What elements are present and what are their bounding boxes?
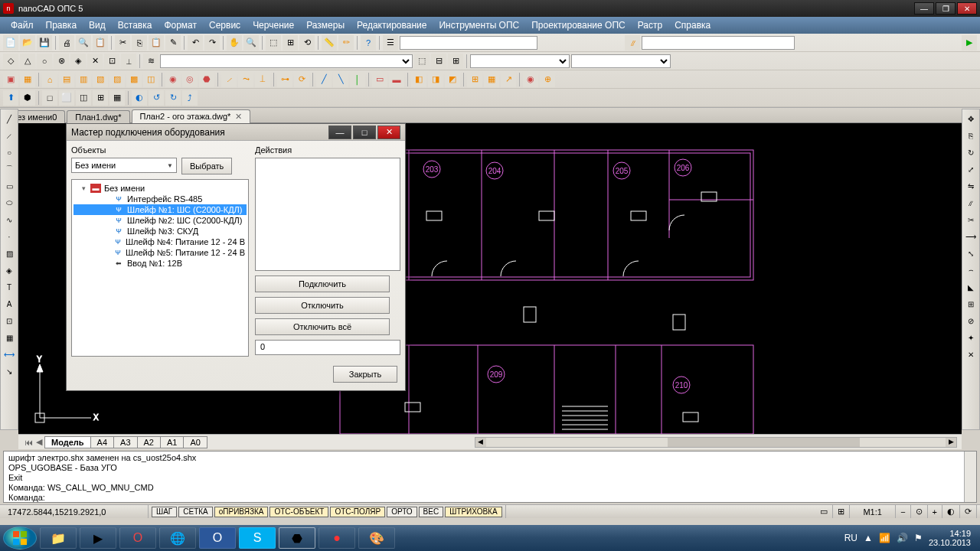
- ops-room-icon[interactable]: ⌂: [42, 72, 57, 87]
- menu-insert[interactable]: Вставка: [112, 18, 158, 32]
- ops-route-icon[interactable]: ⤳: [238, 72, 253, 87]
- dialog-maximize-button[interactable]: □: [353, 126, 376, 139]
- grid-toggle[interactable]: СЕТКА: [178, 507, 213, 517]
- run-icon[interactable]: ▶: [962, 35, 977, 51]
- zoom-fit-icon[interactable]: ⊙: [911, 505, 928, 518]
- model-tab[interactable]: Модель: [44, 436, 91, 448]
- command-window[interactable]: шрифт электро.shx заменен на cs_uost25o4…: [3, 451, 977, 503]
- block-icon[interactable]: ⊡: [2, 313, 17, 328]
- extend-icon[interactable]: ⟶: [963, 229, 978, 244]
- save-icon[interactable]: 💾: [37, 35, 52, 51]
- disconnect-all-button[interactable]: Отключить всё: [255, 318, 390, 335]
- tray-volume-icon[interactable]: 🔊: [897, 533, 908, 543]
- vp-4-icon[interactable]: ▦: [109, 90, 125, 106]
- sheet-tab[interactable]: А0: [183, 436, 207, 448]
- cut-icon[interactable]: ✂: [115, 35, 130, 51]
- ortho-toggle[interactable]: ОРТО: [387, 507, 416, 517]
- osnap-toggle[interactable]: оПРИВЯЗКА: [214, 507, 269, 517]
- ops-spec-icon[interactable]: ◫: [143, 72, 158, 87]
- task-nanocad[interactable]: ⬣: [279, 527, 315, 549]
- tray-action-icon[interactable]: ⚑: [914, 533, 923, 543]
- mtext-icon[interactable]: A: [2, 296, 17, 311]
- move-icon[interactable]: ✥: [963, 111, 978, 126]
- sheet-tab[interactable]: А1: [160, 436, 184, 448]
- cmd-scrollbar[interactable]: [964, 452, 976, 502]
- copy-obj-icon[interactable]: ⎘: [963, 128, 978, 143]
- ops-layout-icon[interactable]: ▩: [126, 72, 142, 87]
- close-dialog-button[interactable]: Закрыть: [333, 366, 397, 383]
- scale-icon[interactable]: ⤢: [963, 161, 978, 177]
- break-icon[interactable]: ⊘: [963, 313, 978, 328]
- polyline-icon[interactable]: ⟋: [2, 128, 17, 143]
- layer-iso-icon[interactable]: ⊞: [448, 54, 463, 69]
- search-input[interactable]: [400, 36, 537, 50]
- preview-icon[interactable]: 🔍: [76, 35, 91, 51]
- properties-icon[interactable]: ☰: [383, 35, 398, 51]
- chamfer-icon[interactable]: ◣: [963, 279, 978, 295]
- ops-label1-icon[interactable]: ▭: [372, 72, 387, 87]
- rotate-up-icon[interactable]: ⤴: [182, 90, 198, 106]
- dim-style-combo[interactable]: [642, 36, 795, 50]
- horizontal-scrollbar[interactable]: ◀▶: [475, 437, 957, 448]
- otrack-polar-toggle[interactable]: ОТС-ПОЛЯР: [330, 507, 385, 517]
- menu-modify[interactable]: Редактирование: [351, 18, 433, 32]
- zoom-icon[interactable]: 🔍: [243, 35, 259, 51]
- rotate-left-icon[interactable]: ↺: [149, 90, 164, 106]
- sheet-tab[interactable]: А3: [113, 436, 137, 448]
- table-icon[interactable]: ▦: [2, 330, 17, 345]
- close-button[interactable]: ✕: [957, 2, 977, 15]
- menu-service[interactable]: Сервис: [203, 18, 247, 32]
- connect-button[interactable]: Подключить: [255, 276, 390, 292]
- text-icon[interactable]: T: [2, 279, 17, 295]
- task-chrome[interactable]: 🌐: [159, 527, 196, 549]
- vp-single-icon[interactable]: □: [42, 90, 57, 106]
- task-skype[interactable]: S: [239, 527, 276, 549]
- model-icon[interactable]: ⊞: [833, 505, 850, 518]
- ops-sensor-icon[interactable]: ◎: [182, 72, 198, 87]
- menu-design-ops[interactable]: Проектирование ОПС: [525, 18, 631, 32]
- rect-icon[interactable]: ▭: [2, 178, 17, 194]
- line-icon[interactable]: ╱: [2, 111, 17, 126]
- vp-2v-icon[interactable]: ◫: [76, 90, 91, 106]
- snap-ins-icon[interactable]: ⊡: [104, 54, 119, 69]
- menu-tools-ops[interactable]: Инструменты ОПС: [433, 18, 525, 32]
- menu-file[interactable]: Файл: [5, 18, 40, 32]
- match-icon[interactable]: ✎: [165, 35, 181, 51]
- tab-nav-prev-icon[interactable]: ◀: [34, 437, 44, 447]
- help-icon[interactable]: ?: [361, 35, 376, 51]
- ellipse-icon[interactable]: ⬭: [2, 195, 17, 210]
- snap-toggle[interactable]: ШАГ: [152, 507, 177, 517]
- scale-readout[interactable]: М1:1: [850, 505, 896, 518]
- snap-quad-icon[interactable]: ◈: [70, 54, 86, 69]
- ops-wire2-icon[interactable]: ╲: [333, 72, 348, 87]
- layer-prev-icon[interactable]: ⬚: [414, 54, 430, 69]
- new-icon[interactable]: 📄: [3, 35, 18, 51]
- measure-icon[interactable]: 📏: [322, 35, 337, 51]
- snap-node-icon[interactable]: ⊗: [54, 54, 69, 69]
- task-paint[interactable]: 🎨: [358, 527, 395, 549]
- point-icon[interactable]: ·: [2, 229, 17, 244]
- plot-icon[interactable]: 📋: [93, 35, 108, 51]
- ops-tray-icon[interactable]: ⟘: [255, 72, 270, 87]
- paper-icon[interactable]: ▭: [815, 505, 833, 518]
- menu-dimensions[interactable]: Размеры: [300, 18, 351, 32]
- rotate-right-icon[interactable]: ↻: [165, 90, 181, 106]
- snap-perp-icon[interactable]: ⟂: [121, 54, 136, 69]
- snap-end-icon[interactable]: ◇: [3, 54, 18, 69]
- print-icon[interactable]: 🖨: [59, 35, 74, 51]
- highlight-icon[interactable]: ✏: [338, 35, 354, 51]
- ops-plan-icon[interactable]: ▨: [109, 72, 125, 87]
- menu-draw[interactable]: Черчение: [247, 18, 300, 32]
- sheet-tab[interactable]: А2: [137, 436, 161, 448]
- ops-table-icon[interactable]: ▦: [484, 72, 499, 87]
- ops-wire1-icon[interactable]: ╱: [316, 72, 332, 87]
- zoom-extents-icon[interactable]: ⊞: [283, 35, 298, 51]
- zoom-in-icon[interactable]: +: [928, 505, 942, 518]
- fillet-icon[interactable]: ⌢: [963, 262, 978, 278]
- ops-zone-icon[interactable]: ▤: [59, 72, 74, 87]
- leader-icon[interactable]: ↘: [2, 364, 17, 379]
- menu-format[interactable]: Формат: [158, 18, 203, 32]
- ops-loop-icon[interactable]: ⟳: [294, 72, 309, 87]
- orbit-icon[interactable]: ◐: [132, 90, 147, 106]
- select-button[interactable]: Выбрать: [181, 158, 232, 174]
